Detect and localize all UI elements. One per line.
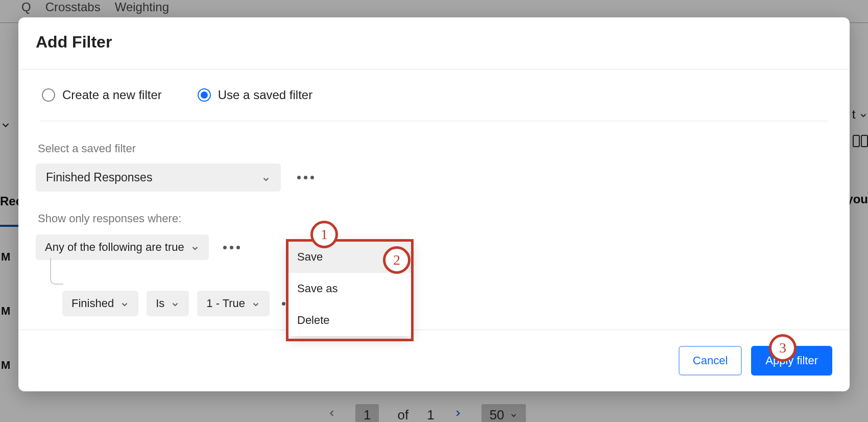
cancel-button[interactable]: Cancel (679, 346, 742, 376)
radio-create-new-filter[interactable]: Create a new filter (42, 88, 162, 102)
chevron-down-icon (190, 243, 200, 252)
filter-mode-radio-group: Create a new filter Use a saved filter (36, 88, 832, 102)
more-icon (297, 176, 301, 179)
condition-value-select[interactable]: 1 - True (197, 291, 270, 316)
modal-title: Add Filter (18, 17, 850, 69)
chevron-down-icon (251, 299, 260, 308)
condition-field-value: Finished (71, 297, 114, 310)
modal-footer: Cancel Apply filter (18, 330, 850, 391)
add-filter-modal: Add Filter Create a new filter Use a sav… (18, 17, 850, 391)
radio-use-saved-filter[interactable]: Use a saved filter (198, 88, 312, 102)
saved-filter-select[interactable]: Finished Responses (36, 163, 281, 192)
radio-icon (198, 88, 211, 102)
more-icon (223, 246, 227, 249)
more-icon (282, 302, 285, 306)
chevron-down-icon (171, 299, 180, 308)
show-only-label: Show only responses where: (36, 212, 832, 225)
menu-item-delete[interactable]: Delete (288, 304, 412, 336)
condition-value-text: 1 - True (206, 297, 245, 310)
modal-body: Create a new filter Use a saved filter S… (18, 69, 850, 330)
radio-icon (42, 88, 55, 102)
condition-group-select[interactable]: Any of the following are true (36, 235, 209, 260)
condition-operator-value: Is (156, 297, 164, 310)
saved-filter-label: Select a saved filter (36, 142, 832, 155)
divider (40, 121, 828, 122)
chevron-down-icon (120, 299, 129, 308)
condition-operator-select[interactable]: Is (147, 291, 189, 316)
condition-field-select[interactable]: Finished (62, 291, 138, 316)
menu-item-save[interactable]: Save (288, 241, 412, 273)
chevron-down-icon (261, 173, 271, 182)
condition-connector (50, 258, 63, 285)
saved-filter-actions-button[interactable] (293, 172, 318, 183)
radio-label: Use a saved filter (218, 88, 312, 102)
saved-filter-actions-menu: Save Save as Delete (288, 241, 412, 336)
condition-group-actions[interactable] (219, 242, 244, 253)
radio-label: Create a new filter (62, 88, 162, 102)
saved-filter-value: Finished Responses (46, 171, 152, 184)
apply-filter-button[interactable]: Apply filter (751, 346, 832, 376)
menu-item-save-as[interactable]: Save as (288, 273, 412, 304)
condition-group-value: Any of the following are true (45, 241, 184, 254)
